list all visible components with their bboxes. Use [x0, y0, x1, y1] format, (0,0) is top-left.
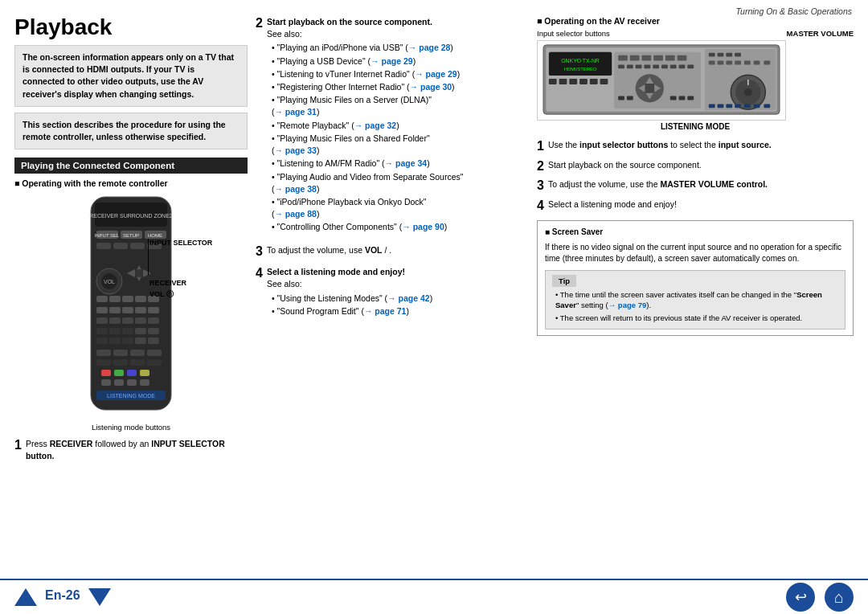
svg-rect-43 — [148, 328, 159, 334]
section-header: Playing the Connected Component — [14, 158, 248, 174]
list-item: "Playing Music Files on a Shared Folder"… — [272, 133, 529, 157]
step-4-right-num: 4 — [537, 199, 544, 213]
step-2-right-num: 2 — [537, 159, 544, 174]
av-receiver-section: ■ Operating on the AV receiver Input sel… — [537, 16, 854, 131]
list-item: "Remote Playback" (→ page 32) — [272, 120, 529, 132]
list-item: "Playing an iPod/iPhone via USB" (→ page… — [272, 42, 529, 54]
step-2-right: 2 Start playback on the source component… — [537, 159, 854, 174]
svg-rect-59 — [114, 379, 124, 386]
step-3-right: 3 To adjust the volume, use the MASTER V… — [537, 178, 854, 193]
svg-rect-57 — [140, 370, 149, 376]
input-selector-buttons-label: Input selector buttons — [537, 29, 610, 38]
list-item: "Registering Other Internet Radio" (→ pa… — [272, 81, 529, 93]
step-1-num: 1 — [14, 438, 22, 452]
svg-rect-107 — [709, 61, 715, 65]
svg-rect-72 — [579, 79, 588, 84]
svg-rect-35 — [148, 317, 159, 324]
step-4-right-text: Select a listening mode and enjoy! — [548, 199, 854, 211]
svg-rect-27 — [109, 307, 121, 313]
prev-page-button[interactable] — [14, 588, 37, 606]
svg-rect-41 — [122, 338, 133, 344]
svg-rect-110 — [735, 61, 741, 65]
svg-rect-111 — [744, 61, 751, 65]
svg-rect-54 — [101, 370, 111, 376]
svg-rect-101 — [687, 96, 694, 100]
step-3-right-text: To adjust the volume, use the MASTER VOL… — [548, 178, 854, 190]
list-item: "Playing Audio and Video from Separate S… — [272, 171, 529, 195]
svg-rect-32 — [109, 317, 121, 324]
step-2-text: Start playback on the source component. … — [267, 16, 529, 236]
svg-rect-47 — [113, 350, 128, 356]
svg-text:RECEIVER SURROUND ZONE2: RECEIVER SURROUND ZONE2 — [89, 213, 173, 219]
svg-rect-99 — [670, 96, 677, 100]
svg-text:HDMI/STEREO: HDMI/STEREO — [564, 67, 597, 72]
svg-rect-88 — [670, 64, 677, 68]
step-1-left: 1 Press RECEIVER followed by an INPUT SE… — [14, 438, 248, 461]
screen-saver-text: If there is no video signal on the curre… — [545, 242, 845, 265]
svg-rect-24 — [135, 296, 146, 302]
svg-point-116 — [744, 88, 752, 96]
input-selector-label: INPUT SELECTOR — [149, 239, 212, 247]
step-3-mid: 3 To adjust the volume, use VOL / . — [256, 244, 529, 259]
svg-rect-11 — [130, 243, 145, 249]
svg-rect-87 — [661, 64, 668, 68]
step-4-text-mid: Select a listening mode and enjoy! See a… — [267, 266, 529, 320]
step-1-right: 1 Use the input selector buttons to sele… — [537, 139, 854, 154]
svg-rect-83 — [627, 64, 633, 68]
list-item: "Listening to vTuner Internet Radio" (→ … — [272, 68, 529, 80]
svg-rect-45 — [148, 338, 159, 344]
svg-text:LISTENING MODE: LISTENING MODE — [107, 393, 155, 399]
svg-rect-23 — [122, 296, 133, 302]
page-label: En-26 — [45, 588, 80, 606]
svg-rect-56 — [127, 370, 137, 376]
list-item: The screen will return to its previous s… — [555, 313, 838, 323]
list-item: The time until the screen saver activate… — [555, 289, 838, 311]
svg-rect-81 — [678, 55, 687, 61]
next-page-button[interactable] — [88, 588, 111, 606]
svg-rect-38 — [122, 328, 133, 334]
svg-rect-70 — [559, 79, 567, 84]
svg-rect-80 — [665, 55, 675, 61]
svg-rect-121 — [735, 104, 741, 108]
svg-text:ONKYO TX-NR: ONKYO TX-NR — [561, 58, 600, 63]
back-button[interactable] — [786, 583, 815, 612]
tip-label: Tip — [552, 275, 576, 287]
svg-rect-30 — [148, 307, 159, 313]
svg-text:HOME: HOME — [148, 233, 162, 238]
list-item: "Playing a USB Device" (→ page 29) — [272, 55, 529, 68]
svg-rect-10 — [113, 243, 128, 249]
receiver-label: RECEIVER — [149, 279, 186, 287]
step-3-num-mid: 3 — [256, 244, 263, 259]
bottom-nav-right — [786, 583, 854, 612]
svg-rect-90 — [687, 64, 694, 68]
listening-mode-label: LISTENING MODE — [537, 122, 854, 131]
svg-rect-52 — [130, 359, 145, 366]
svg-rect-33 — [122, 317, 133, 324]
svg-rect-105 — [726, 53, 732, 57]
svg-rect-119 — [718, 104, 724, 108]
list-item: "Controlling Other Components" (→ page 9… — [272, 221, 529, 233]
step-3-text-mid: To adjust the volume, use VOL / . — [267, 244, 529, 256]
svg-rect-34 — [135, 317, 146, 324]
svg-rect-61 — [140, 379, 149, 386]
svg-rect-44 — [135, 338, 146, 344]
svg-rect-69 — [549, 79, 557, 84]
svg-rect-108 — [718, 61, 724, 65]
svg-rect-50 — [96, 359, 111, 366]
svg-rect-36 — [96, 328, 108, 334]
home-button[interactable] — [825, 583, 854, 612]
svg-rect-60 — [127, 379, 137, 386]
svg-rect-73 — [590, 79, 598, 84]
step-4-right: 4 Select a listening mode and enjoy! — [537, 199, 854, 213]
step-2-right-text: Start playback on the source component. — [548, 159, 854, 171]
list-item: "iPod/iPhone Playback via Onkyo Dock"(→ … — [272, 196, 529, 220]
svg-rect-9 — [96, 243, 111, 249]
svg-point-92 — [643, 82, 656, 95]
svg-rect-74 — [600, 79, 608, 84]
svg-rect-109 — [726, 61, 732, 65]
bottom-bar: En-26 — [0, 579, 868, 614]
step-2-mid: 2 Start playback on the source component… — [256, 16, 529, 236]
svg-rect-0 — [91, 197, 171, 410]
svg-rect-78 — [642, 55, 652, 61]
page: Turning On & Basic Operations Playback T… — [0, 0, 868, 614]
